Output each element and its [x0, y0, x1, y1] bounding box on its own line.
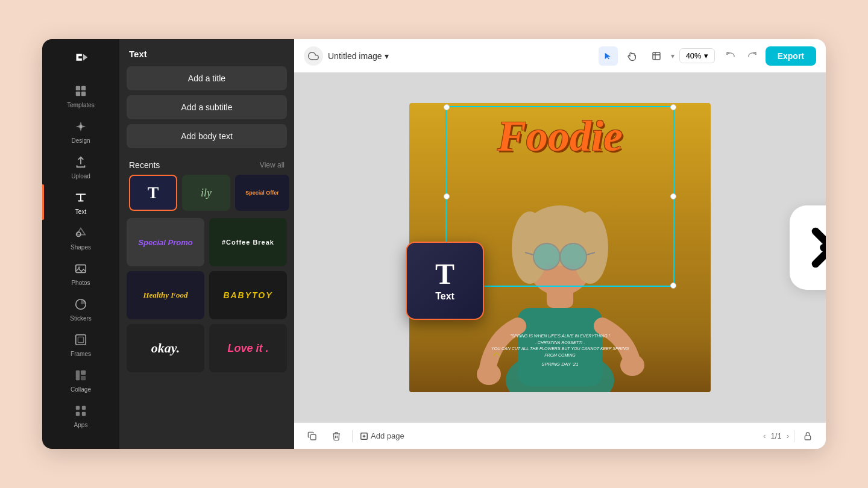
layout-icon — [652, 51, 661, 61]
sidebar-item-design[interactable]: Design — [42, 113, 119, 149]
sidebar-item-collage[interactable]: Collage — [42, 362, 119, 398]
sidebar-item-text[interactable]: Text — [42, 184, 119, 220]
sidebar-item-stickers[interactable]: Stickers — [42, 291, 119, 327]
recent-item-special-offer[interactable]: Special Offer — [235, 175, 289, 211]
sidebar-item-frames[interactable]: Frames — [42, 327, 119, 362]
shapes-icon — [72, 225, 89, 242]
text-card-coffee-break[interactable]: #Coffee Break — [209, 218, 287, 266]
apps-icon — [72, 402, 89, 419]
app-container: Templates Design — [42, 39, 826, 449]
add-title-button[interactable]: Add a title — [127, 66, 287, 90]
zoom-control[interactable]: 40% ▾ — [679, 48, 715, 63]
export-button[interactable]: Export — [766, 46, 816, 66]
toolbar-center: ▾ 40% ▾ — [599, 46, 715, 66]
prev-page-button[interactable]: ‹ — [763, 431, 766, 440]
app-logo[interactable] — [70, 46, 92, 68]
poster-quote2: - CHRISTINA ROSSETTI - — [488, 340, 632, 346]
svg-rect-36 — [310, 434, 316, 440]
recents-label: Recents — [129, 160, 160, 170]
cloud-save-button[interactable] — [304, 46, 323, 66]
layout-chevron-icon[interactable]: ▾ — [671, 52, 675, 60]
redo-button[interactable] — [744, 48, 761, 64]
svg-rect-17 — [82, 406, 86, 410]
text-card-babytoy[interactable]: BABYTOY — [209, 271, 287, 319]
undo-icon — [726, 51, 735, 61]
sidebar: Templates Design — [42, 39, 119, 449]
capcut-logo-icon — [72, 48, 90, 66]
frames-label: Frames — [71, 351, 91, 357]
recent-ily-text: ily — [201, 187, 212, 199]
apps-label: Apps — [74, 422, 88, 428]
svg-rect-3 — [76, 92, 80, 96]
page-indicator: 1/1 — [771, 431, 782, 440]
add-page-label: Add page — [371, 431, 404, 440]
editor-toolbar: Untitled image ▾ — [294, 39, 826, 73]
svg-point-29 — [560, 243, 587, 270]
view-all-link[interactable]: View all — [260, 161, 285, 169]
text-card-healthy-food[interactable]: Healthy Food — [127, 271, 204, 319]
svg-rect-14 — [81, 371, 86, 375]
upload-icon — [72, 154, 89, 170]
zoom-level: 40% — [686, 51, 702, 60]
text-card-okay[interactable]: okay. — [127, 324, 204, 372]
collage-icon — [72, 367, 89, 384]
poster-bottom-text: "SPRING IS WHEN LIFE'S ALIVE IN EVERYTHI… — [488, 333, 632, 368]
svg-rect-4 — [81, 92, 86, 96]
undo-button[interactable] — [722, 48, 739, 64]
editor-footer: Add page ‹ 1/1 › — [294, 422, 826, 449]
svg-rect-15 — [81, 376, 86, 380]
lock-icon — [803, 431, 813, 441]
photos-icon — [72, 260, 89, 277]
capcut-app-logo-overlay — [790, 205, 826, 290]
svg-point-5 — [79, 125, 83, 128]
recent-item-handwriting[interactable]: ily — [182, 175, 230, 211]
next-page-button[interactable]: › — [787, 431, 789, 440]
delete-icon — [332, 431, 341, 441]
filename-chevron-icon: ▾ — [385, 51, 389, 61]
delete-button[interactable] — [328, 428, 345, 445]
filename-button[interactable]: Untitled image ▾ — [328, 51, 389, 61]
sidebar-item-upload[interactable]: Upload — [42, 149, 119, 184]
add-page-icon — [360, 432, 368, 440]
filename-text: Untitled image — [328, 51, 382, 61]
sidebar-item-templates[interactable]: Templates — [42, 78, 119, 113]
text-card-special-promo[interactable]: Special Promo — [127, 218, 204, 266]
design-label: Design — [71, 137, 90, 144]
add-body-button[interactable]: Add body text — [127, 124, 287, 148]
svg-rect-13 — [76, 371, 80, 381]
sidebar-item-apps[interactable]: Apps — [42, 398, 119, 433]
capcut-x-icon — [805, 221, 826, 275]
special-promo-label: Special Promo — [138, 238, 192, 247]
editor-canvas[interactable]: Foodie "SPRING IS WHEN LIFE'S ALIVE IN E… — [294, 73, 826, 422]
templates-icon — [72, 83, 89, 99]
babytoy-label: BABYTOY — [223, 290, 272, 300]
recent-item-text-T[interactable]: T — [129, 175, 177, 211]
collage-label: Collage — [71, 386, 91, 393]
sidebar-item-shapes[interactable]: Shapes — [42, 220, 119, 255]
poster-foodie-title: Foodie — [497, 111, 623, 161]
hand-tool-button[interactable] — [623, 46, 642, 66]
text-card-loveit[interactable]: Love it . — [209, 324, 287, 372]
hand-icon — [627, 51, 637, 61]
sidebar-item-photos[interactable]: Photos — [42, 255, 119, 291]
select-icon — [603, 51, 613, 61]
editor-area: Untitled image ▾ — [294, 39, 826, 449]
svg-point-28 — [533, 243, 560, 270]
select-tool-button[interactable] — [599, 46, 618, 66]
footer-right: ‹ 1/1 › — [763, 428, 816, 445]
toolbar-right: Export — [722, 46, 816, 66]
duplicate-button[interactable] — [304, 428, 321, 445]
lock-button[interactable] — [799, 428, 816, 445]
frames-icon — [72, 331, 89, 348]
shapes-label: Shapes — [71, 244, 91, 251]
svg-rect-11 — [76, 335, 86, 345]
text-panel: Text Add a title Add a subtitle Add body… — [119, 39, 294, 449]
stickers-label: Stickers — [70, 315, 92, 322]
add-subtitle-button[interactable]: Add a subtitle — [127, 95, 287, 119]
duplicate-icon — [307, 431, 317, 441]
add-page-button[interactable]: Add page — [360, 431, 404, 440]
layout-tool-button[interactable] — [647, 46, 666, 66]
footer-divider-2 — [794, 430, 794, 442]
text-icon — [72, 189, 89, 206]
text-popup-icon: T — [435, 260, 454, 289]
